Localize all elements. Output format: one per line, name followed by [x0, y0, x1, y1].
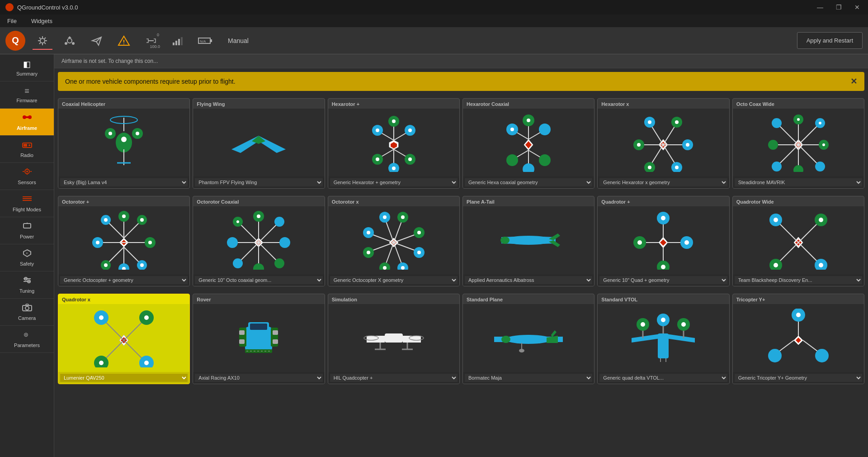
sidebar-item-tuning[interactable]: Tuning [0, 271, 54, 299]
send-button[interactable] [87, 31, 107, 51]
svg-point-189 [383, 266, 387, 270]
card-octorotor-x[interactable]: Octorotor x [328, 196, 460, 286]
model-select-triplus[interactable]: Generic Tricopter Y+ Geometry [735, 374, 862, 382]
menubar: File Widgets [0, 14, 868, 27]
qgc-logo[interactable]: Q [5, 31, 25, 51]
model-select-quadx[interactable]: Lumenier QAV250 [60, 374, 188, 382]
card-quadrotor-wide[interactable]: Quadrotor Wide [732, 196, 864, 286]
card-title-octocoaxwide: Octo Coax Wide [733, 99, 864, 109]
model-select-stdvtol[interactable]: Generic quad delta VTOL... [599, 374, 727, 382]
svg-point-133 [122, 214, 126, 218]
card-octorotor-plus[interactable]: Octorotor + [58, 196, 190, 286]
svg-point-219 [819, 218, 823, 222]
card-hexarotor-coaxial[interactable]: Hexarotor Coaxial [462, 98, 594, 189]
sidebar-item-camera[interactable]: Camera [0, 299, 54, 326]
model-select-simulation[interactable]: HIL Quadcopter + [330, 374, 458, 382]
card-footer-coaxial: Esky (Big) Lama v4 [58, 176, 189, 188]
model-select-hexx[interactable]: Generic Hexarotor x geometry [599, 178, 727, 186]
model-select-coaxial[interactable]: Esky (Big) Lama v4 [60, 178, 188, 186]
card-octorotor-coaxial[interactable]: Octorotor Coaxial [193, 196, 325, 286]
model-select-planeatail[interactable]: Applied Aeronautics Albatross [465, 276, 592, 284]
svg-point-269 [641, 322, 645, 327]
card-standard-vtol[interactable]: Standard VTOL [597, 294, 729, 384]
safety-icon: + [22, 249, 33, 259]
link-button[interactable]: 0 100.0 [141, 31, 161, 51]
sidebar-item-radio[interactable]: Radio [0, 136, 54, 163]
battery-button[interactable]: N/A [195, 31, 215, 51]
tuning-icon [22, 276, 33, 286]
card-title-rover: Rover [193, 294, 324, 304]
model-select-hexplus[interactable]: Generic Hexarotor + geometry [330, 178, 458, 186]
model-select-flyingwing[interactable]: Phantom FPV Flying Wing [195, 178, 322, 186]
titlebar: QGroundControl v3.0.0 — ❐ ✕ [0, 0, 868, 14]
menu-file[interactable]: File [4, 16, 20, 26]
main-layout: ◧ Summary ≡ Firmware Airframe Radio Sens… [0, 54, 868, 457]
card-tricopter-yplus[interactable]: Tricopter Y+ [732, 294, 864, 384]
warning-banner: One or more vehicle components require s… [58, 72, 864, 91]
sidebar-item-sensors[interactable]: Sensors [0, 163, 54, 190]
svg-point-271 [681, 322, 686, 327]
model-select-octocoaxwide[interactable]: Steadidrone MAVRIK [735, 178, 862, 186]
card-quadrotor-x[interactable]: Quadrotor x [58, 294, 190, 384]
menu-widgets[interactable]: Widgets [28, 16, 56, 26]
svg-rect-22 [23, 196, 32, 197]
model-select-quadplus[interactable]: Generic 10" Quad + geometry [599, 276, 727, 284]
card-simulation[interactable]: Simulation [328, 294, 460, 384]
svg-point-235 [99, 361, 104, 365]
apply-restart-button[interactable]: Apply and Restart [797, 32, 863, 49]
warning-close-button[interactable]: ✕ [850, 76, 857, 86]
sidebar-item-flightmodes[interactable]: Flight Modes [0, 190, 54, 217]
card-rover[interactable]: Rover [193, 294, 325, 384]
model-select-octocoaxial[interactable]: Generic 10" Octo coaxial geom... [195, 276, 322, 284]
card-title-stdplane: Standard Plane [463, 294, 594, 304]
card-footer-octocoaxial: Generic 10" Octo coaxial geom... [193, 274, 324, 286]
sidebar-label-firmware: Firmware [17, 98, 38, 103]
card-footer-quadplus: Generic 10" Quad + geometry [598, 274, 729, 286]
model-select-rover[interactable]: Axial Racing AX10 [195, 374, 322, 382]
sidebar-item-power[interactable]: Power [0, 217, 54, 244]
card-hexarotor-x[interactable]: Hexarotor x [597, 98, 729, 189]
vehicle-setup-button[interactable] [60, 31, 80, 51]
warning-button[interactable] [114, 31, 134, 51]
svg-point-160 [279, 237, 290, 248]
signal-button[interactable] [168, 31, 188, 51]
mode-display[interactable]: Manual [222, 31, 254, 51]
card-plane-atail[interactable]: Plane A-Tail [462, 196, 594, 286]
model-select-quadwide[interactable]: Team Blacksheep Discovery En... [735, 276, 862, 284]
sidebar-item-parameters[interactable]: ⊛ Parameters [0, 326, 54, 353]
sidebar: ◧ Summary ≡ Firmware Airframe Radio Sens… [0, 54, 54, 457]
card-visual-flyingwing [193, 109, 324, 176]
svg-point-54 [392, 119, 396, 123]
card-standard-plane[interactable]: Standard Plane [462, 294, 594, 384]
model-select-stdplane[interactable]: Bormatec Maja [465, 374, 592, 382]
sidebar-item-summary[interactable]: ◧ Summary [0, 54, 54, 81]
sidebar-item-safety[interactable]: + Safety [0, 244, 54, 271]
model-select-hexcoaxial[interactable]: Generic Hexa coaxial geometry [465, 178, 592, 186]
card-octo-coax-wide[interactable]: Octo Coax Wide [732, 98, 864, 189]
titlebar-left: QGroundControl v3.0.0 [5, 3, 78, 11]
svg-point-6 [123, 43, 124, 44]
card-title-planeatail: Plane A-Tail [463, 196, 594, 206]
card-visual-quadplus [598, 206, 729, 274]
minimize-button[interactable]: — [814, 3, 826, 12]
sidebar-item-airframe[interactable]: Airframe [0, 109, 54, 136]
summary-icon: ◧ [23, 59, 31, 69]
svg-line-108 [778, 145, 798, 166]
svg-point-74 [527, 119, 530, 122]
toolbar: Q [0, 27, 868, 54]
content-area: Airframe is not set. To change this con.… [54, 54, 868, 457]
airframe-grid-row3: Quadrotor x [58, 294, 864, 384]
card-coaxial-helicopter[interactable]: Coaxial Helicopter [58, 98, 190, 189]
model-select-octox[interactable]: Generic Octocopter X geometry [330, 276, 458, 284]
card-flying-wing[interactable]: Flying Wing Phantom FPV Flying Wing [193, 98, 325, 189]
sidebar-item-firmware[interactable]: ≡ Firmware [0, 81, 54, 109]
maximize-button[interactable]: ❐ [833, 3, 844, 12]
card-title-hexplus: Hexarotor + [328, 99, 459, 109]
card-hexarotor-plus[interactable]: Hexarotor + [328, 98, 460, 189]
settings-button[interactable] [33, 31, 52, 51]
svg-point-92 [675, 120, 679, 124]
card-quadrotor-plus[interactable]: Quadrotor + [597, 196, 729, 286]
card-title-hexx: Hexarotor x [598, 99, 729, 109]
close-button[interactable]: ✕ [852, 3, 863, 12]
model-select-octoplus[interactable]: Generic Octocopter + geometry [60, 276, 188, 284]
